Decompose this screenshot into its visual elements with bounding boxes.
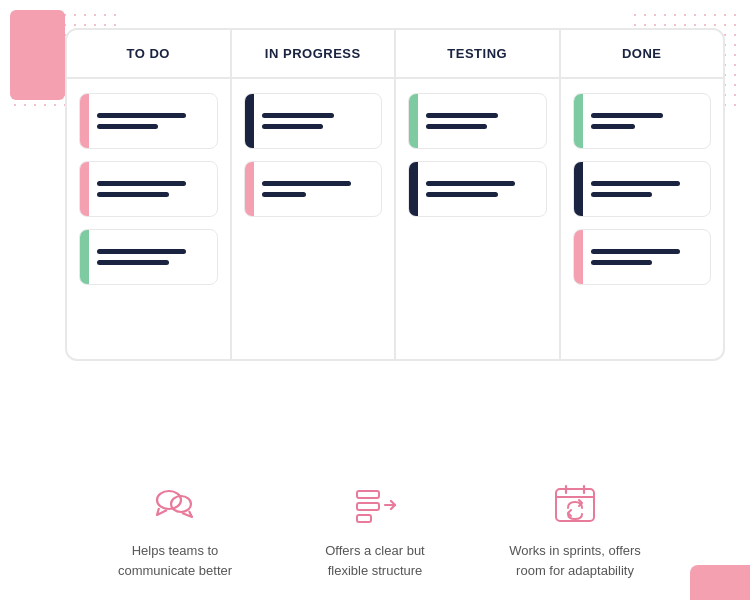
card-line: [97, 181, 186, 186]
board-body: [67, 79, 723, 359]
calendar-icon: [549, 479, 601, 531]
card-accent: [574, 162, 583, 216]
card-accent: [245, 162, 254, 216]
board-headers: TO DO IN PROGRESS TESTING DONE: [67, 30, 723, 79]
card-content: [254, 171, 382, 207]
card-line: [97, 192, 169, 197]
kanban-board: TO DO IN PROGRESS TESTING DONE: [65, 28, 725, 361]
card-line: [97, 124, 158, 129]
svg-rect-2: [357, 491, 379, 498]
card[interactable]: [408, 161, 547, 217]
features-section: Helps teams to communicate better Offers…: [0, 479, 750, 580]
feature-structure: Offers a clear but flexible structure: [305, 479, 445, 580]
card[interactable]: [79, 93, 218, 149]
card-content: [418, 103, 546, 139]
card-line: [591, 181, 680, 186]
card[interactable]: [408, 93, 547, 149]
card-line: [591, 192, 652, 197]
card-line: [426, 181, 515, 186]
card-accent: [245, 94, 254, 148]
card-line: [97, 260, 169, 265]
card[interactable]: [244, 93, 383, 149]
feature-structure-text: Offers a clear but flexible structure: [305, 541, 445, 580]
svg-point-0: [157, 491, 181, 509]
card-accent: [80, 162, 89, 216]
column-inprogress: [232, 79, 397, 359]
svg-rect-4: [357, 515, 371, 522]
card-line: [591, 113, 663, 118]
column-todo: [67, 79, 232, 359]
card[interactable]: [573, 161, 712, 217]
card-accent: [409, 94, 418, 148]
card[interactable]: [573, 93, 712, 149]
card-line: [262, 113, 334, 118]
card-accent: [409, 162, 418, 216]
layout-icon: [349, 479, 401, 531]
card-accent: [80, 230, 89, 284]
card-accent: [574, 94, 583, 148]
feature-sprints: Works in sprints, offers room for adapta…: [505, 479, 645, 580]
card[interactable]: [79, 229, 218, 285]
card-content: [583, 239, 711, 275]
card-content: [89, 103, 217, 139]
svg-rect-5: [556, 489, 594, 521]
column-header-done: DONE: [561, 30, 724, 77]
card-line: [426, 124, 487, 129]
card-accent: [574, 230, 583, 284]
column-header-todo: TO DO: [67, 30, 232, 77]
column-done: [561, 79, 724, 359]
card-line: [262, 124, 323, 129]
card-line: [97, 249, 186, 254]
card[interactable]: [79, 161, 218, 217]
card-content: [583, 103, 711, 139]
feature-communicate-text: Helps teams to communicate better: [105, 541, 245, 580]
svg-rect-3: [357, 503, 379, 510]
card-line: [426, 192, 498, 197]
chat-icon: [149, 479, 201, 531]
card[interactable]: [244, 161, 383, 217]
card-line: [262, 181, 351, 186]
column-header-inprogress: IN PROGRESS: [232, 30, 397, 77]
feature-sprints-text: Works in sprints, offers room for adapta…: [505, 541, 645, 580]
card-content: [254, 103, 382, 139]
card-content: [89, 171, 217, 207]
card-line: [426, 113, 498, 118]
card-content: [418, 171, 546, 207]
card-content: [583, 171, 711, 207]
card-line: [591, 249, 680, 254]
card-line: [262, 192, 307, 197]
card[interactable]: [573, 229, 712, 285]
column-testing: [396, 79, 561, 359]
card-line: [591, 124, 636, 129]
card-accent: [80, 94, 89, 148]
pink-accent-rect: [10, 10, 65, 100]
card-content: [89, 239, 217, 275]
card-line: [591, 260, 652, 265]
column-header-testing: TESTING: [396, 30, 561, 77]
feature-communicate: Helps teams to communicate better: [105, 479, 245, 580]
card-line: [97, 113, 186, 118]
